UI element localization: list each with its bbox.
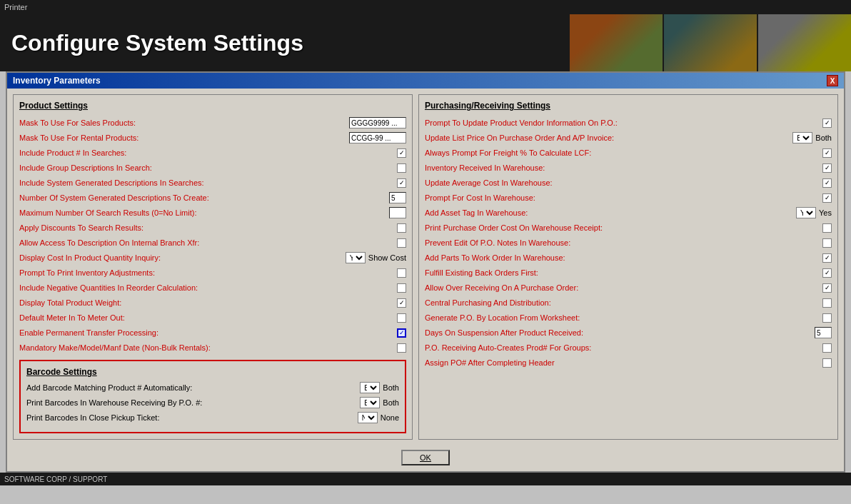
field-max-search: Maximum Number Of Search Results (0=No L… xyxy=(19,206,406,219)
input-num-sys-gen[interactable] xyxy=(389,192,406,203)
banner-image-3 xyxy=(758,14,851,71)
select-asset-tag[interactable]: Y N B xyxy=(796,207,816,218)
field-gen-po: Generate P.O. By Location From Worksheet… xyxy=(425,311,832,324)
field-update-vendor: Prompt To Update Product Vendor Informat… xyxy=(425,116,832,129)
cb-perm-transfer[interactable] xyxy=(397,328,406,338)
cb-po-cost[interactable] xyxy=(822,223,832,233)
cb-back-orders[interactable] xyxy=(822,268,832,278)
select-update-price[interactable]: B N Y xyxy=(792,132,812,143)
cb-group-desc[interactable] xyxy=(397,163,406,173)
cb-update-vendor[interactable] xyxy=(822,119,832,128)
label-mask-sales: Mask To Use For Sales Products: xyxy=(19,119,349,127)
value-update-price: B N Y Both xyxy=(792,132,832,143)
value-cost-warehouse xyxy=(822,193,832,203)
ok-bar: OK xyxy=(7,445,844,471)
ok-button[interactable]: OK xyxy=(401,450,450,465)
cb-discounts[interactable] xyxy=(397,223,406,233)
field-access-desc: Allow Access To Description On Internal … xyxy=(19,236,406,249)
barcode-section: Barcode Settings Add Barcode Matching Pr… xyxy=(19,360,406,433)
close-button[interactable]: X xyxy=(827,75,838,86)
cb-meter[interactable] xyxy=(397,313,406,323)
field-barcode-add: Add Barcode Matching Product # Automatic… xyxy=(26,381,399,394)
cb-mandatory-make[interactable] xyxy=(397,343,406,353)
select-barcode-add[interactable]: B N Y xyxy=(360,382,380,393)
label-freight: Always Prompt For Freight % To Calculate… xyxy=(425,148,822,157)
value-access-desc xyxy=(397,238,406,248)
input-mask-sales[interactable] xyxy=(349,117,406,128)
value-freight xyxy=(822,148,832,158)
text-display-cost: Show Cost xyxy=(368,253,406,262)
label-po-cost: Print Purchase Order Cost On Warehouse R… xyxy=(425,223,822,232)
value-perm-transfer xyxy=(397,328,406,338)
cb-sys-gen[interactable] xyxy=(397,178,406,188)
label-over-receive: Allow Over Receiving On A Purchase Order… xyxy=(425,283,822,292)
cb-assign-po[interactable] xyxy=(822,358,832,368)
select-display-cost[interactable]: Y N xyxy=(346,252,366,263)
field-print-inv: Prompt To Print Inventory Adjustments: xyxy=(19,266,406,279)
banner-images xyxy=(570,14,851,71)
input-max-search[interactable] xyxy=(389,207,406,218)
value-barcode-add: B N Y Both xyxy=(360,382,399,393)
field-discounts: Apply Discounts To Search Results: xyxy=(19,221,406,234)
label-update-price: Update List Price On Purchase Order And … xyxy=(425,133,792,142)
label-barcode-warehouse: Print Barcodes In Warehouse Receiving By… xyxy=(26,398,360,407)
label-mask-rental: Mask To Use For Rental Products: xyxy=(19,133,349,142)
banner-image-1 xyxy=(570,14,663,71)
field-meter: Default Meter In To Meter Out: xyxy=(19,311,406,324)
label-work-order: Add Parts To Work Order In Warehouse: xyxy=(425,253,822,262)
cb-over-receive[interactable] xyxy=(822,283,832,293)
cb-total-weight[interactable] xyxy=(397,298,406,308)
label-display-cost: Display Cost In Product Quantity Inquiry… xyxy=(19,253,346,262)
value-po-notes xyxy=(822,238,832,248)
input-days-suspension[interactable] xyxy=(815,327,832,338)
field-asset-tag: Add Asset Tag In Warehouse: Y N B Yes xyxy=(425,206,832,219)
value-back-orders xyxy=(822,268,832,278)
select-barcode-warehouse[interactable]: B N Y xyxy=(360,397,380,408)
label-asset-tag: Add Asset Tag In Warehouse: xyxy=(425,208,796,217)
cb-avg-cost[interactable] xyxy=(822,178,832,188)
label-gen-po: Generate P.O. By Location From Worksheet… xyxy=(425,313,822,322)
right-panel: Purchasing/Receiving Settings Prompt To … xyxy=(418,94,838,440)
dropdown-asset-tag: Y N B xyxy=(796,207,816,218)
value-sys-gen xyxy=(397,178,406,188)
select-barcode-pickup[interactable]: N B Y xyxy=(358,412,378,423)
value-over-receive xyxy=(822,283,832,293)
dropdown-barcode-pickup: N B Y xyxy=(358,412,378,423)
field-group-desc: Include Group Descriptions In Search: xyxy=(19,161,406,174)
label-barcode-add: Add Barcode Matching Product # Automatic… xyxy=(26,383,360,392)
label-print-inv: Prompt To Print Inventory Adjustments: xyxy=(19,268,397,277)
header-banner: Configure System Settings xyxy=(0,14,851,71)
value-barcode-pickup: N B Y None xyxy=(358,412,399,423)
cb-po-auto-create[interactable] xyxy=(822,343,832,353)
label-access-desc: Allow Access To Description On Internal … xyxy=(19,238,397,247)
cb-po-notes[interactable] xyxy=(822,238,832,248)
cb-access-desc[interactable] xyxy=(397,238,406,248)
field-po-auto-create: P.O. Receiving Auto-Creates Prod# For Gr… xyxy=(425,341,832,354)
banner-image-2 xyxy=(664,14,757,71)
value-po-cost xyxy=(822,223,832,233)
cb-freight[interactable] xyxy=(822,148,832,158)
value-max-search xyxy=(389,207,406,218)
field-barcode-warehouse: Print Barcodes In Warehouse Receiving By… xyxy=(26,396,399,409)
cb-print-inv[interactable] xyxy=(397,268,406,278)
dropdown-barcode-add: B N Y xyxy=(360,382,380,393)
field-work-order: Add Parts To Work Order In Warehouse: xyxy=(425,251,832,264)
barcode-title: Barcode Settings xyxy=(26,367,399,377)
input-mask-rental[interactable] xyxy=(349,132,406,143)
cb-cost-warehouse[interactable] xyxy=(822,193,832,203)
value-mandatory-make xyxy=(397,343,406,353)
cb-include-product[interactable] xyxy=(397,148,406,158)
field-num-sys-gen: Number Of System Generated Descriptions … xyxy=(19,191,406,204)
value-gen-po xyxy=(822,313,832,323)
cb-neg-qty[interactable] xyxy=(397,283,406,293)
field-inv-received: Inventory Received In Warehouse: xyxy=(425,161,832,174)
value-avg-cost xyxy=(822,178,832,188)
label-group-desc: Include Group Descriptions In Search: xyxy=(19,163,397,172)
label-total-weight: Display Total Product Weight: xyxy=(19,298,397,307)
cb-central-purchasing[interactable] xyxy=(822,298,832,308)
field-mandatory-make: Mandatory Make/Model/Manf Date (Non-Bulk… xyxy=(19,341,406,354)
cb-work-order[interactable] xyxy=(822,253,832,263)
text-asset-tag: Yes xyxy=(819,208,832,217)
cb-inv-received[interactable] xyxy=(822,163,832,173)
cb-gen-po[interactable] xyxy=(822,313,832,323)
